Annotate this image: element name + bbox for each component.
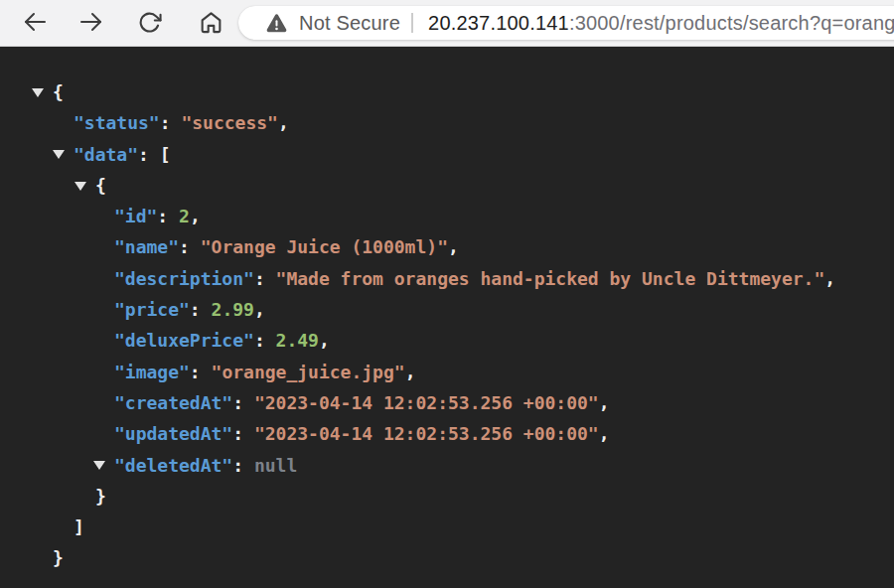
json-token-string: "success" (181, 112, 278, 133)
reload-icon (137, 10, 162, 35)
json-token-punct: : (160, 112, 182, 133)
json-token-punct: } (53, 547, 64, 568)
json-token-punct: : (232, 423, 254, 444)
json-line: "createdAt": "2023-04-14 12:02:53.256 +0… (0, 387, 894, 418)
json-token-punct: : (232, 392, 254, 413)
omnibox-divider (411, 13, 413, 33)
json-token-punct: : [ (138, 144, 171, 165)
browser-toolbar: Not Secure 20.237.100.141:3000/rest/prod… (0, 0, 894, 47)
json-token-number: 2 (179, 206, 190, 226)
json-token-string: "Made from oranges hand-picked by Uncle … (276, 268, 825, 289)
json-line: "name": "Orange Juice (1000ml)", (0, 231, 894, 262)
json-token-punct: , (278, 112, 289, 133)
json-token-number: 2.49 (276, 330, 319, 351)
json-line: { (0, 76, 894, 107)
url-domain: 20.237.100.141 (428, 12, 569, 34)
json-token-punct: , (824, 268, 835, 289)
json-line: { (0, 170, 894, 201)
back-button[interactable] (22, 9, 48, 35)
security-status-label: Not Secure (299, 12, 400, 35)
json-viewer: {"status": "success","data": [{"id": 2,"… (0, 47, 894, 588)
json-token-key: "name" (114, 236, 179, 257)
json-token-key: "description" (114, 268, 254, 289)
json-line: "price": 2.99, (0, 294, 894, 325)
forward-button[interactable] (78, 9, 104, 35)
reload-button[interactable] (136, 9, 162, 35)
json-token-key: "deluxePrice" (114, 330, 254, 351)
json-line: "deluxePrice": 2.49, (0, 325, 894, 356)
json-token-string: "2023-04-14 12:02:53.256 +00:00" (254, 392, 599, 413)
browser-window: Not Secure 20.237.100.141:3000/rest/prod… (0, 0, 894, 588)
json-line: "deletedAt": null (0, 450, 894, 481)
json-token-punct: : (254, 330, 276, 351)
json-line: } (0, 481, 894, 512)
json-token-key: "status" (74, 112, 160, 133)
json-tree: {"status": "success","data": [{"id": 2,"… (0, 76, 894, 574)
json-token-punct: { (53, 81, 64, 102)
url-path: :3000/rest/products/search?q=orange (569, 12, 894, 34)
json-line: "updatedAt": "2023-04-14 12:02:53.256 +0… (0, 418, 894, 449)
json-line: "id": 2, (0, 201, 894, 231)
json-token-punct: , (319, 330, 330, 351)
json-token-string: "Orange Juice (1000ml)" (201, 236, 448, 257)
json-line: } (0, 542, 894, 573)
json-token-key: "updatedAt" (114, 423, 232, 444)
json-token-punct: ] (74, 516, 84, 537)
json-token-punct: , (405, 362, 416, 382)
home-button[interactable] (198, 9, 224, 35)
address-bar[interactable]: Not Secure 20.237.100.141:3000/rest/prod… (238, 6, 894, 40)
forward-arrow-icon (78, 9, 104, 35)
json-token-key: "price" (114, 299, 190, 320)
json-line: ] (0, 512, 894, 542)
json-token-punct: , (254, 299, 265, 320)
json-token-punct: , (599, 392, 610, 413)
json-line: "description": "Made from oranges hand-p… (0, 263, 894, 294)
json-token-punct: , (190, 206, 201, 226)
json-token-string: "orange_juice.jpg" (212, 362, 405, 382)
json-token-key: "id" (114, 206, 157, 226)
home-icon (199, 10, 224, 35)
json-token-punct: , (448, 236, 459, 257)
collapse-toggle-icon[interactable] (32, 88, 44, 97)
json-token-punct: : (157, 206, 179, 226)
json-token-number: 2.99 (212, 299, 254, 320)
json-token-punct: : (232, 455, 254, 476)
json-token-punct: : (254, 268, 276, 289)
not-secure-warning-icon (266, 14, 287, 33)
json-line: "image": "orange_juice.jpg", (0, 357, 894, 387)
json-token-key: "deletedAt" (114, 455, 232, 476)
collapse-toggle-icon[interactable] (93, 461, 105, 470)
json-token-key: "createdAt" (114, 392, 232, 413)
json-token-punct: : (190, 362, 212, 382)
json-token-punct: } (95, 486, 106, 507)
collapse-toggle-icon[interactable] (74, 182, 86, 191)
json-token-punct: : (179, 236, 201, 257)
json-token-key: "data" (74, 144, 138, 165)
back-arrow-icon (22, 9, 48, 35)
json-token-null: null (254, 455, 297, 476)
json-token-string: "2023-04-14 12:02:53.256 +00:00" (254, 423, 599, 444)
json-token-key: "image" (114, 362, 190, 382)
collapse-toggle-icon[interactable] (53, 150, 65, 159)
json-line: "data": [ (0, 139, 894, 170)
url-text: 20.237.100.141:3000/rest/products/search… (428, 12, 894, 35)
json-line: "status": "success", (0, 107, 894, 138)
json-token-punct: : (190, 299, 212, 320)
json-token-punct: { (95, 175, 106, 196)
json-token-punct: , (599, 423, 610, 444)
